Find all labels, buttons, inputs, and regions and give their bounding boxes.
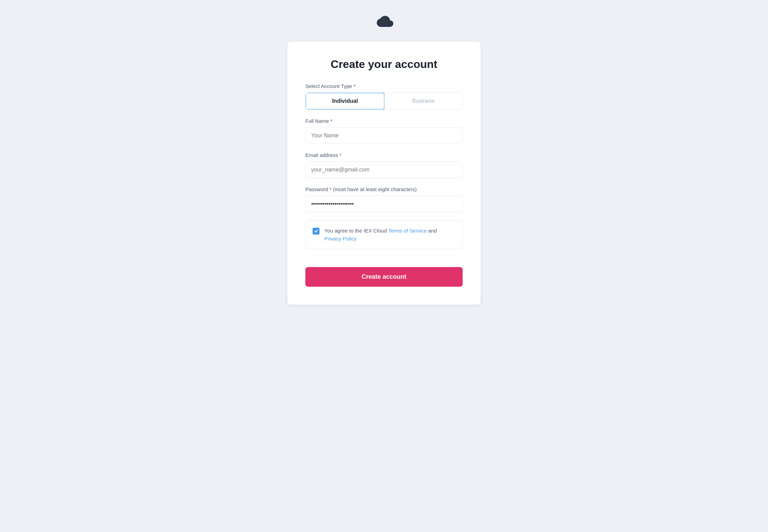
terms-prefix: You agree to the IEX Cloud bbox=[324, 228, 388, 234]
individual-option[interactable]: Individual bbox=[305, 92, 385, 110]
create-account-button[interactable]: Create account bbox=[305, 267, 463, 287]
email-label: Email address * bbox=[305, 152, 463, 158]
full-name-label: Full Name * bbox=[305, 118, 463, 124]
email-input[interactable] bbox=[305, 161, 463, 178]
terms-checkbox-wrapper[interactable] bbox=[313, 228, 319, 235]
account-type-toggle: Individual Business bbox=[305, 92, 463, 110]
full-name-group: Full Name * bbox=[305, 118, 463, 144]
logo-area bbox=[374, 14, 394, 33]
terms-text: You agree to the IEX Cloud Terms of Serv… bbox=[324, 227, 437, 243]
cloud-icon bbox=[374, 14, 394, 33]
full-name-input[interactable] bbox=[305, 127, 463, 144]
privacy-policy-link[interactable]: Privacy Policy bbox=[324, 236, 356, 242]
password-label: Password * (must have at least eight cha… bbox=[305, 186, 463, 192]
password-group: Password * (must have at least eight cha… bbox=[305, 186, 463, 212]
business-option[interactable]: Business bbox=[384, 93, 462, 109]
terms-of-service-link[interactable]: Terms of Service bbox=[388, 228, 427, 234]
terms-checkbox[interactable] bbox=[313, 228, 319, 235]
account-type-group: Select Account Type * Individual Busines… bbox=[305, 83, 463, 110]
account-type-label: Select Account Type * bbox=[305, 83, 463, 89]
terms-conjunction: and bbox=[427, 228, 437, 234]
signup-card: Create your account Select Account Type … bbox=[287, 41, 481, 305]
email-group: Email address * bbox=[305, 152, 463, 178]
password-input[interactable] bbox=[305, 196, 463, 212]
page-title: Create your account bbox=[305, 58, 463, 71]
terms-group: You agree to the IEX Cloud Terms of Serv… bbox=[305, 220, 463, 249]
terms-box: You agree to the IEX Cloud Terms of Serv… bbox=[305, 220, 463, 249]
